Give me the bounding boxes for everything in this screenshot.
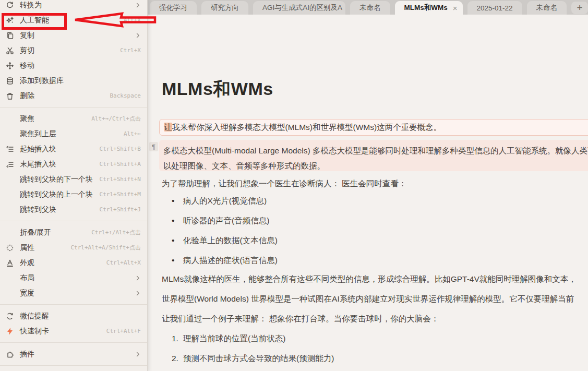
plus-icon: +: [577, 2, 582, 14]
insert-block-end-icon: [5, 160, 15, 169]
database-icon: [5, 77, 15, 85]
main-area: 强化学习 研究方向 AGI与生成式AI的区别及A 未命名 MLMs和WMs × …: [148, 0, 588, 371]
tab-untitled-1[interactable]: 未命名: [350, 1, 390, 15]
chevron-right-icon: [134, 275, 141, 281]
menu-item-add-to-database[interactable]: 添加到数据库: [0, 73, 147, 88]
wechat-reminder-icon: [5, 312, 15, 320]
close-icon[interactable]: ×: [453, 4, 458, 13]
lightning-icon: [5, 327, 15, 336]
menu-item-label: 微信提醒: [20, 312, 141, 321]
menu-item-jump-next-sibling[interactable]: 跳转到父块的下一个块 Ctrl+Shift+N: [0, 172, 147, 187]
menu-item-width[interactable]: 宽度: [0, 285, 147, 301]
menu-shortcut: Alt+X: [124, 17, 141, 23]
menu-item-label: 起始插入块: [20, 145, 100, 154]
menu-item-label: 复制: [20, 31, 134, 40]
menu-item-cut[interactable]: 剪切 Ctrl+X: [0, 43, 147, 58]
menu-item-label: 移动: [20, 61, 141, 70]
tab-research-direction[interactable]: 研究方向: [201, 1, 248, 15]
menu-item-insert-block-start[interactable]: 起始插入块 Ctrl+Shift+B: [0, 141, 147, 157]
numbered-list-item[interactable]: 1.理解当前球的位置(当前状态): [172, 333, 285, 344]
menu-item-label: 宽度: [20, 289, 134, 298]
menu-item-jump-parent[interactable]: 跳转到父块 Ctrl+Shift+J: [0, 202, 147, 217]
menu-item-label: 跳转到父块的上一个块: [20, 190, 100, 199]
page-title[interactable]: MLMs和WMs: [162, 77, 273, 101]
menu-shortcut: Backspace: [110, 92, 141, 99]
menu-item-convert-to[interactable]: 转换为: [0, 0, 147, 13]
paragraph[interactable]: 世界模型(World Models) 世界模型是一种试图在AI系统内部建立对现实…: [162, 294, 574, 305]
menu-shortcut: Ctrl+↑/Alt+点击: [91, 229, 141, 236]
menu-item-focus-parent[interactable]: 聚焦到上层 Alt+←: [0, 126, 147, 141]
new-tab-button[interactable]: +: [571, 2, 588, 14]
no-icon: [5, 115, 15, 123]
menu-shortcut: Ctrl+Shift+J: [100, 206, 141, 213]
menu-item-label: 折叠/展开: [20, 228, 91, 237]
paragraph-gutter-icon[interactable]: ¶: [149, 142, 158, 151]
chevron-right-icon: [134, 2, 141, 8]
tab-bar: 强化学习 研究方向 AGI与生成式AI的区别及A 未命名 MLMs和WMs × …: [148, 0, 588, 15]
menu-item-label: 删除: [20, 91, 110, 101]
tab-agi-vs-genai[interactable]: AGI与生成式AI的区别及A: [253, 1, 345, 15]
paragraph[interactable]: 为了帮助理解，让我们想象一个医生在诊断病人： 医生会同时查看：: [162, 178, 406, 189]
menu-shortcut: Ctrl+Alt+F: [106, 328, 141, 334]
menu-item-attributes[interactable]: 属性 Ctrl+Alt+A/Shift+点击: [0, 240, 147, 255]
no-icon: [5, 175, 15, 184]
no-icon: [5, 274, 15, 282]
menu-item-plugins[interactable]: 插件: [0, 346, 147, 362]
menu-divider: [0, 107, 147, 107]
menu-shortcut: Alt+→/Ctrl+点击: [91, 115, 141, 123]
paragraph[interactable]: MLMs就像这样的医生，能够整合所有这些不同类型的信息，形成综合理解。比如GPT…: [162, 274, 577, 285]
focused-paragraph-block[interactable]: 让我来帮你深入理解多模态大模型(MLMs)和世界模型(WMs)这两个重要概念。: [159, 119, 588, 136]
menu-item-move[interactable]: 移动: [0, 58, 147, 73]
convert-icon: [5, 1, 15, 9]
tab-reinforcement-learning[interactable]: 强化学习: [150, 1, 197, 15]
menu-item-artificial-intelligence[interactable]: 人工智能 Alt+X: [0, 13, 147, 28]
list-item[interactable]: •病人的X光片(视觉信息): [172, 196, 267, 207]
menu-item-fold-unfold[interactable]: 折叠/展开 Ctrl+↑/Alt+点击: [0, 225, 147, 240]
menu-item-delete[interactable]: 删除 Backspace: [0, 88, 147, 103]
list-item[interactable]: •病人描述的症状(语言信息): [172, 255, 278, 266]
menu-item-label: 跳转到父块的下一个块: [20, 175, 100, 184]
move-icon: [5, 62, 15, 70]
paragraph-text: 我来帮你深入理解多模态大模型(MLMs)和世界模型(WMs)这两个重要概念。: [172, 123, 442, 131]
highlighted-paragraph-block[interactable]: 多模态大模型(Multi-modal Large Models) 多模态大模型是…: [159, 140, 588, 171]
document-editor[interactable]: MLMs和WMs ¶ 让我来帮你深入理解多模态大模型(MLMs)和世界模型(WM…: [148, 15, 588, 371]
menu-item-label: 插件: [20, 350, 134, 359]
no-icon: [5, 229, 15, 237]
bullet-icon: •: [172, 256, 183, 265]
chevron-right-icon: [134, 351, 141, 357]
no-icon: [5, 130, 15, 138]
menu-item-label: 人工智能: [20, 16, 124, 25]
tab-untitled-2[interactable]: 未命名: [527, 1, 567, 15]
list-item-text: 病人的X光片(视觉信息): [183, 196, 267, 205]
menu-item-quick-flashcard[interactable]: 快速制卡 Ctrl+Alt+F: [0, 324, 147, 339]
menu-item-appearance[interactable]: 外观 Ctrl+Alt+X: [0, 255, 147, 270]
menu-item-jump-prev-sibling[interactable]: 跳转到父块的上一个块 Ctrl+Shift+M: [0, 187, 147, 202]
trash-icon: [5, 92, 15, 100]
block-context-menu: 转换为 人工智能 Alt+X 复制 剪切 Ctrl+X 移动 添加到数据库: [0, 0, 148, 371]
menu-item-wechat-reminder[interactable]: 微信提醒: [0, 308, 147, 324]
appearance-icon: [5, 259, 15, 267]
numbered-list-item[interactable]: 2.预测不同击球方式会导致的结果(预测能力): [172, 353, 334, 364]
copy-icon: [5, 31, 15, 40]
menu-item-focus[interactable]: 聚焦 Alt+→/Ctrl+点击: [0, 111, 147, 126]
bullet-icon: •: [172, 216, 183, 225]
tab-mlms-and-wms[interactable]: MLMs和WMs ×: [395, 1, 463, 15]
menu-item-label: 聚焦: [20, 114, 91, 124]
paragraph[interactable]: 让我们通过一个例子来理解： 想象你在打台球。当你要击球时，你的大脑会：: [162, 314, 439, 325]
menu-item-label: 添加到数据库: [20, 76, 141, 86]
list-number: 1.: [172, 334, 183, 343]
list-item[interactable]: •听诊器的声音(音频信息): [172, 216, 269, 226]
menu-item-label: 剪切: [20, 46, 120, 55]
tab-label: 强化学习: [159, 3, 187, 13]
menu-item-copy[interactable]: 复制: [0, 28, 147, 43]
ai-sparkle-icon: [5, 16, 15, 25]
chevron-right-icon: [134, 290, 141, 296]
no-icon: [5, 206, 15, 214]
menu-item-layout[interactable]: 布局: [0, 270, 147, 285]
no-icon: [5, 289, 15, 297]
insert-block-start-icon: [5, 145, 15, 153]
menu-item-insert-block-end[interactable]: 末尾插入块 Ctrl+Shift+A: [0, 157, 147, 172]
tab-2025-01-22[interactable]: 2025-01-22: [467, 1, 522, 15]
list-item-text: 病人描述的症状(语言信息): [183, 256, 278, 265]
list-item[interactable]: •化验单上的数据(文本信息): [172, 235, 278, 246]
